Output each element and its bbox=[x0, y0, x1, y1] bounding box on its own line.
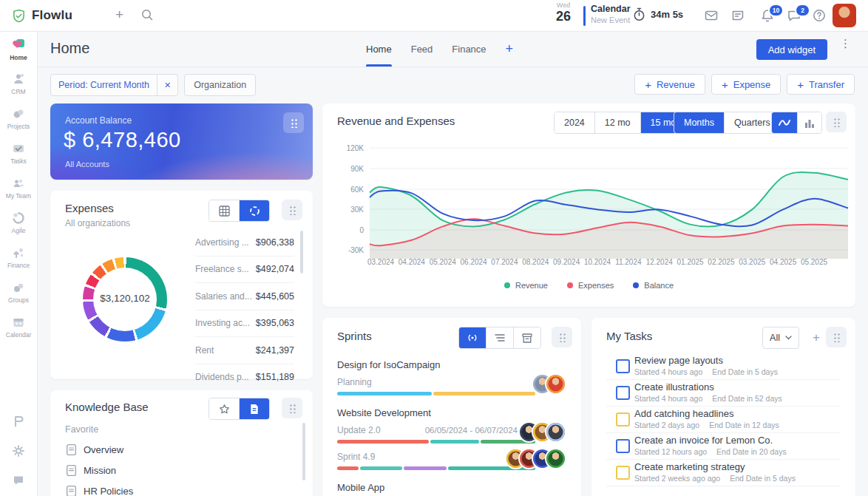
task-row[interactable]: Create an invoice for Lemon Co.Started 1… bbox=[606, 433, 841, 460]
active-sprints-icon[interactable] bbox=[459, 327, 486, 348]
kb-article-hr-policies[interactable]: HR Policies bbox=[67, 480, 274, 496]
task-row[interactable]: Create illustrationsStarted 4 hours agoE… bbox=[606, 380, 841, 407]
search-icon[interactable] bbox=[140, 8, 154, 21]
stopwatch-icon bbox=[633, 7, 645, 21]
sprint-assignees[interactable] bbox=[526, 421, 566, 443]
my-tasks-title: My Tasks bbox=[606, 330, 652, 342]
task-checkbox[interactable] bbox=[616, 439, 630, 453]
sidebar-item-home[interactable]: Home bbox=[0, 33, 37, 66]
messenger-icon[interactable]: 2 bbox=[787, 8, 801, 23]
task-title: Create an invoice for Lemon Co. bbox=[634, 435, 773, 446]
widget-drag-handle[interactable] bbox=[283, 112, 304, 133]
calendar-title: Calendar bbox=[591, 4, 631, 16]
range-12mo-button[interactable]: 12 mo bbox=[594, 112, 640, 133]
sidebar-item-crm[interactable]: CRM bbox=[0, 67, 37, 101]
task-checkbox[interactable] bbox=[616, 466, 630, 480]
range-2024-button[interactable]: 2024 bbox=[555, 112, 594, 133]
expense-list-item[interactable]: Investing ac...$395,063 bbox=[195, 310, 294, 338]
revenue-expenses-chart[interactable]: 120K90K60K30K0-30K03.202404.202405.20240… bbox=[322, 140, 855, 274]
add-transfer-button[interactable]: +Transfer bbox=[787, 74, 855, 95]
more-options-icon[interactable]: ⋮ bbox=[840, 41, 850, 47]
expenses-scrollbar[interactable] bbox=[300, 231, 303, 274]
help-icon[interactable] bbox=[812, 8, 827, 23]
task-checkbox[interactable] bbox=[616, 386, 630, 400]
sprint-project-name: Website Development bbox=[337, 407, 566, 418]
legend-item-balance[interactable]: Balance bbox=[633, 281, 674, 290]
timer-widget[interactable]: 34m 5s bbox=[633, 7, 683, 21]
sidebar-apps-icon[interactable] bbox=[12, 415, 25, 428]
add-expense-button[interactable]: +Expense bbox=[711, 74, 781, 95]
x-axis-tick: 09.2024 bbox=[553, 258, 580, 266]
plus-icon: + bbox=[645, 78, 651, 91]
kb-article-overview[interactable]: Overview bbox=[67, 439, 274, 460]
tab-finance[interactable]: Finance bbox=[452, 31, 486, 67]
kb-scrollbar[interactable] bbox=[302, 423, 305, 480]
sprint-assignees[interactable] bbox=[540, 373, 566, 395]
bar-chart-icon[interactable] bbox=[797, 112, 821, 133]
expenses-widget: Expenses All organizations $3,120,102 Ad… bbox=[50, 191, 313, 379]
sidebar-support-icon[interactable] bbox=[12, 474, 25, 487]
today-date[interactable]: Wed 26 bbox=[556, 2, 571, 23]
tab-home[interactable]: Home bbox=[366, 31, 392, 67]
expense-list-item[interactable]: Dividends p...$151,189 bbox=[195, 364, 294, 392]
favorites-star-icon[interactable] bbox=[209, 398, 239, 419]
task-row[interactable]: Create marketing strategyStarted 2 weeks… bbox=[606, 460, 841, 486]
task-checkbox[interactable] bbox=[616, 412, 630, 427]
expense-list-item[interactable]: Advertising ...$906,338 bbox=[195, 229, 294, 257]
line-chart-icon[interactable] bbox=[772, 112, 797, 133]
user-avatar[interactable] bbox=[833, 4, 856, 27]
tasks-filter-select[interactable]: All bbox=[762, 327, 799, 349]
tab-feed[interactable]: Feed bbox=[411, 31, 433, 67]
flowlu-logo[interactable]: Flowlu bbox=[12, 0, 72, 31]
task-row[interactable]: Add catching headlinesStarted 2 days ago… bbox=[606, 407, 841, 433]
sprint-assignees[interactable] bbox=[513, 448, 566, 469]
x-axis-tick: 05.2024 bbox=[430, 258, 457, 266]
kb-article-mission[interactable]: Mission bbox=[67, 460, 274, 480]
task-row[interactable]: Review page layoutsStarted 4 hours agoEn… bbox=[606, 353, 841, 380]
sidebar-item-projects[interactable]: Projects bbox=[0, 102, 37, 135]
sidebar-item-finance[interactable]: Finance bbox=[0, 241, 37, 274]
x-axis-tick: 07.2024 bbox=[491, 258, 518, 266]
sidebar-settings-icon[interactable] bbox=[12, 444, 25, 458]
sidebar-item-groups[interactable]: Groups bbox=[0, 276, 37, 309]
add-revenue-button[interactable]: +Revenue bbox=[634, 74, 705, 95]
documents-icon[interactable] bbox=[239, 398, 269, 419]
legend-item-revenue[interactable]: Revenue bbox=[504, 281, 548, 290]
sprint-row[interactable]: Update 2.006/05/2024 - 06/07/2024 bbox=[337, 420, 566, 446]
sprint-row[interactable]: Sprint 4.9 bbox=[337, 446, 566, 473]
period-filter-chip[interactable]: Period: Current Month ✕ bbox=[50, 74, 178, 96]
expense-list-item[interactable]: Freelance s...$492,074 bbox=[195, 257, 294, 284]
timer-value: 34m 5s bbox=[651, 9, 683, 20]
sidebar-item-calendar[interactable]: Calendar bbox=[0, 310, 37, 344]
add-task-button[interactable]: + bbox=[813, 330, 820, 345]
sidebar-item-my-team[interactable]: My Team bbox=[0, 171, 37, 205]
sidebar-item-agile[interactable]: Agile bbox=[0, 206, 37, 239]
widget-drag-handle[interactable] bbox=[826, 327, 847, 347]
organization-filter-chip[interactable]: Organization bbox=[184, 74, 256, 96]
widget-drag-handle[interactable] bbox=[552, 327, 572, 347]
create-new-button[interactable]: + bbox=[115, 7, 123, 23]
new-event-link[interactable]: New Event bbox=[591, 16, 631, 26]
expense-list-item[interactable]: Salaries and...$445,605 bbox=[195, 283, 294, 310]
y-axis-tick: -30K bbox=[348, 246, 364, 254]
calendar-quick-access[interactable]: Calendar New Event bbox=[591, 4, 631, 25]
widget-drag-handle[interactable] bbox=[282, 200, 302, 220]
task-checkbox[interactable] bbox=[616, 359, 630, 373]
widget-drag-handle[interactable] bbox=[826, 112, 847, 132]
remove-period-filter-icon[interactable]: ✕ bbox=[157, 75, 177, 95]
add-widget-button[interactable]: Add widget bbox=[756, 39, 827, 60]
table-view-icon[interactable] bbox=[209, 200, 239, 221]
add-tab-button[interactable]: + bbox=[506, 41, 514, 57]
backlog-list-icon[interactable] bbox=[486, 327, 513, 348]
notifications-bell-icon[interactable]: 10 bbox=[760, 8, 775, 23]
sprint-row[interactable]: Planning bbox=[337, 372, 566, 398]
mail-icon[interactable] bbox=[704, 8, 719, 23]
widget-drag-handle[interactable] bbox=[282, 398, 302, 418]
months-button[interactable]: Months bbox=[674, 112, 724, 133]
donut-view-icon[interactable] bbox=[239, 200, 269, 221]
archive-icon[interactable] bbox=[513, 327, 540, 348]
legend-item-expenses[interactable]: Expenses bbox=[567, 281, 614, 290]
notes-icon[interactable] bbox=[730, 8, 745, 23]
sidebar-item-tasks[interactable]: Tasks bbox=[0, 137, 37, 170]
expense-list-item[interactable]: Rent$241,397 bbox=[195, 337, 294, 364]
